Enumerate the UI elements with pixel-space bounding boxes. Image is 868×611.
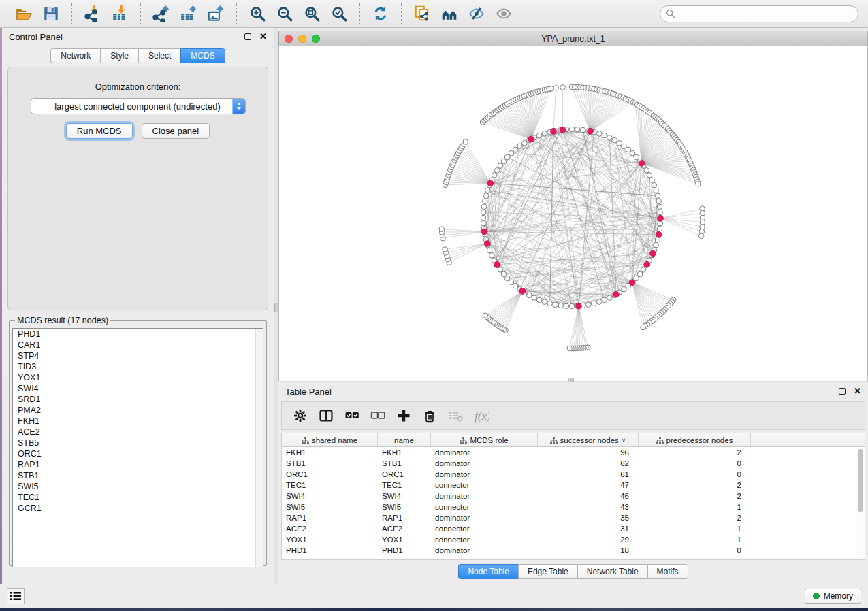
mcds-result-item[interactable]: PHD1: [13, 329, 263, 340]
close-panel-icon[interactable]: ✕: [259, 33, 267, 40]
mcds-result-item[interactable]: SWI4: [13, 383, 263, 394]
table-cell: 31: [538, 523, 639, 534]
tab-style[interactable]: Style: [100, 48, 138, 63]
mcds-result-item[interactable]: STB5: [13, 437, 263, 448]
table-row[interactable]: FKH1FKH1dominator962: [282, 447, 865, 458]
tab-mcds[interactable]: MCDS: [180, 48, 225, 63]
deselect-all-icon[interactable]: [366, 404, 389, 427]
function-builder-icon[interactable]: f(x): [470, 404, 493, 427]
table-row[interactable]: PHD1PHD1dominator180: [282, 545, 865, 556]
hide-selected-icon[interactable]: [463, 2, 490, 25]
mcds-result-item[interactable]: PMA2: [13, 405, 263, 416]
table-row[interactable]: TEC1TEC1connector472: [282, 480, 865, 491]
table-cell: 0: [639, 458, 751, 469]
mcds-result-item[interactable]: TID3: [13, 361, 263, 372]
import-network-icon[interactable]: [79, 2, 106, 25]
mcds-result-item[interactable]: STB1: [13, 470, 263, 481]
table-panel: Table Panel ✕ f(x) shared namenameMCDS r…: [278, 382, 868, 584]
column-layout-icon[interactable]: [315, 404, 338, 427]
add-column-icon[interactable]: [392, 404, 415, 427]
table-panel-header: Table Panel ✕: [278, 382, 868, 400]
table-row[interactable]: ORC1ORC1dominator610: [282, 469, 865, 480]
select-all-icon[interactable]: [340, 404, 364, 427]
table-panel-tabs: Node TableEdge TableNetwork TableMotifs: [278, 564, 868, 579]
table-row[interactable]: SWI5SWI5connector431: [282, 501, 865, 512]
table-cell: 61: [538, 469, 639, 480]
delete-column-icon[interactable]: [418, 404, 441, 427]
float-panel-icon[interactable]: [244, 33, 251, 40]
tab-network-table[interactable]: Network Table: [577, 564, 647, 579]
column-header-shared-name[interactable]: shared name: [282, 433, 378, 446]
table-cell: 43: [538, 501, 639, 512]
clone-network-icon[interactable]: [408, 2, 436, 25]
application-window: Control Panel ✕ NetworkStyleSelectMCDS O…: [0, 0, 868, 611]
tab-select[interactable]: Select: [138, 48, 180, 63]
table-scrollbar[interactable]: [856, 448, 865, 559]
table-row[interactable]: ACE2ACE2connector311: [282, 523, 865, 534]
mcds-result-item[interactable]: STP4: [13, 350, 263, 361]
mcds-result-item[interactable]: ORC1: [13, 448, 263, 459]
mcds-list-scrollbar[interactable]: [255, 329, 263, 567]
mcds-result-item[interactable]: YOX1: [13, 372, 263, 383]
refresh-icon[interactable]: [367, 2, 394, 25]
column-header-successor-nodes[interactable]: successor nodes∨: [538, 433, 639, 446]
table-cell: FKH1: [282, 447, 378, 458]
close-panel-button[interactable]: Close panel: [142, 123, 210, 139]
network-graph[interactable]: [279, 46, 867, 381]
toolbar-separator: [359, 3, 360, 24]
export-network-icon[interactable]: [148, 2, 175, 25]
zoom-out-icon[interactable]: [271, 2, 298, 25]
column-header-MCDS-role[interactable]: MCDS role: [431, 433, 538, 446]
mcds-result-title: MCDS result (17 nodes): [15, 316, 110, 325]
tab-network[interactable]: Network: [50, 48, 100, 63]
network-window-title: YPA_prune.txt_1: [279, 34, 867, 44]
close-table-panel-icon[interactable]: ✕: [854, 388, 861, 395]
show-all-icon[interactable]: [490, 2, 517, 25]
save-session-icon[interactable]: [37, 2, 65, 25]
optimization-criterion-dropdown[interactable]: largest connected component (undirected): [31, 98, 246, 114]
zoom-selected-icon[interactable]: [325, 2, 353, 25]
open-file-icon[interactable]: [10, 2, 37, 25]
float-table-panel-icon[interactable]: [839, 388, 846, 395]
tab-edge-table[interactable]: Edge Table: [518, 564, 577, 579]
table-row[interactable]: SWI4SWI4dominator462: [282, 491, 865, 501]
zoom-in-icon[interactable]: [244, 2, 271, 25]
search-input[interactable]: [675, 9, 852, 18]
export-table-icon[interactable]: [175, 2, 202, 25]
tab-motifs[interactable]: Motifs: [647, 564, 688, 579]
mcds-result-item[interactable]: TEC1: [13, 492, 263, 503]
delete-table-icon[interactable]: [444, 404, 467, 427]
mcds-result-item[interactable]: FKH1: [13, 416, 263, 427]
settings-icon[interactable]: [289, 404, 312, 427]
column-header-predecessor-nodes[interactable]: predecessor nodes: [639, 433, 751, 446]
table-cell: dominator: [431, 491, 538, 501]
zoom-fit-icon[interactable]: [298, 2, 325, 25]
network-window-titlebar[interactable]: YPA_prune.txt_1: [278, 31, 868, 46]
run-mcds-button[interactable]: Run MCDS: [66, 123, 133, 139]
mcds-result-item[interactable]: RAP1: [13, 459, 263, 470]
mcds-result-item[interactable]: SRD1: [13, 394, 263, 405]
table-row[interactable]: RAP1RAP1dominator352: [282, 512, 865, 523]
table-cell: RAP1: [282, 512, 378, 523]
network-canvas[interactable]: [278, 46, 868, 381]
table-cell: PHD1: [378, 545, 431, 556]
table-cell: ACE2: [378, 523, 431, 534]
memory-button[interactable]: Memory: [805, 589, 861, 604]
network-search-box[interactable]: [660, 5, 858, 22]
mcds-result-item[interactable]: ACE2: [13, 427, 263, 437]
mcds-result-item[interactable]: CAR1: [13, 340, 263, 350]
export-image-icon[interactable]: [202, 2, 229, 25]
node-table[interactable]: shared namenameMCDS rolesuccessor nodes∨…: [281, 433, 865, 560]
table-row[interactable]: YOX1YOX1connector291: [282, 534, 865, 545]
table-row[interactable]: STB1STB1dominator620: [282, 458, 865, 469]
table-cell: STB1: [378, 458, 431, 469]
mcds-result-list[interactable]: PHD1CAR1STP4TID3YOX1SWI4SRD1PMA2FKH1ACE2…: [12, 328, 263, 567]
binoculars-icon[interactable]: [436, 2, 463, 25]
table-scrollbar-thumb[interactable]: [858, 449, 863, 512]
column-header-name[interactable]: name: [378, 433, 431, 446]
mcds-result-item[interactable]: SWI5: [13, 481, 263, 492]
import-table-icon[interactable]: [106, 2, 133, 25]
task-history-button[interactable]: [7, 588, 25, 604]
mcds-result-item[interactable]: GCR1: [13, 503, 263, 514]
tab-node-table[interactable]: Node Table: [458, 564, 518, 579]
